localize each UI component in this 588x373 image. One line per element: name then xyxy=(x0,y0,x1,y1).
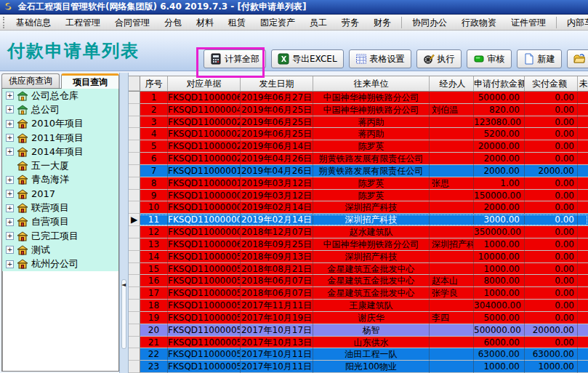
menu-item[interactable]: 协同办公 xyxy=(405,15,454,31)
tree-item[interactable]: +总公司 xyxy=(2,103,118,116)
excel-icon xyxy=(278,53,289,65)
table-row[interactable]: 7FKSQD1100000142019年04月26日朔黄铁路发展有限责任公司20… xyxy=(129,165,588,177)
column-header[interactable]: 未 xyxy=(578,76,588,91)
new-doc-icon xyxy=(523,53,535,65)
cell-date: 2017年10月11日 xyxy=(241,361,313,373)
table-row[interactable]: 8FKSQD1100000132019年03月12日陈罗英张思1.000.00 xyxy=(129,177,588,190)
tree-item[interactable]: +2010年项目 xyxy=(2,117,118,131)
tree-item[interactable]: +自营项目 xyxy=(2,215,118,229)
expand-plus-icon[interactable]: + xyxy=(6,105,14,113)
column-header[interactable]: 对应单据 xyxy=(168,76,241,91)
table-row[interactable]: 13FKSQD1100000602018年09月25日中国神华神朔铁路分公司深圳… xyxy=(129,238,588,251)
expand-plus-icon[interactable]: + xyxy=(6,134,14,142)
table-row[interactable]: 10FKSQD1100000042019年02月14日深圳招产科技2000.00… xyxy=(129,201,588,214)
expand-plus-icon[interactable]: + xyxy=(6,148,14,156)
tree-item[interactable]: +2011年项目 xyxy=(2,131,118,145)
menu-item[interactable]: 分包 xyxy=(157,15,189,31)
menu-item[interactable]: 内部车辆 xyxy=(560,15,588,31)
table-row[interactable]: 5FKSQD1100000242019年06月14日陈罗英20000.000.0… xyxy=(129,140,588,153)
column-header[interactable]: 经办人 xyxy=(430,76,474,91)
new-button[interactable]: 新建 xyxy=(517,49,562,68)
cell-request-amount: 3000.00 xyxy=(474,214,525,226)
table-row[interactable]: 14FKSQD1100000592018年09月13日深圳招产科技10000.0… xyxy=(129,251,588,263)
tree-item[interactable]: +公司总仓库 xyxy=(2,89,118,103)
tree-item[interactable]: +测试 xyxy=(2,243,118,257)
payment-request-grid: 序号对应单据发生日期往来单位经办人申请付款金额实付金额未 1FKSQD11000… xyxy=(129,76,588,373)
tree-item[interactable]: +已完工项目 xyxy=(2,229,118,243)
table-row[interactable]: 22FKSQD1100000512017年10月11日油田工程一队63000.0… xyxy=(129,348,588,361)
cell-paid-amount: 0.00 xyxy=(525,300,578,312)
cell-unpaid xyxy=(578,251,588,263)
tree-item[interactable]: +青岛海洋 xyxy=(2,173,118,187)
cell-handler xyxy=(430,153,474,165)
menu-item[interactable]: 行政物资 xyxy=(454,15,504,31)
cell-unpaid xyxy=(578,190,588,202)
column-header[interactable]: 序号 xyxy=(140,76,168,91)
table-row[interactable]: 16FKSQD1100000572018年06月07日金星建筑五金批发中心赵本山… xyxy=(129,275,588,287)
expand-plus-icon[interactable]: + xyxy=(6,120,14,128)
table-row[interactable]: 23FKSQD1100000502017年10月11日阳光100物业1000.0… xyxy=(129,361,588,373)
table-row[interactable]: 21FKSQD1100000522017年10月13日山东供水6000.000.… xyxy=(129,337,588,349)
tree-item[interactable]: +2017 xyxy=(2,187,118,201)
menu-item[interactable]: 基础信息 xyxy=(9,15,58,31)
menu-item[interactable]: 劳务 xyxy=(334,15,366,31)
expand-plus-icon[interactable]: + xyxy=(6,260,14,268)
table-row[interactable]: 17FKSQD1100000562018年06月07日金星建筑五金批发中心张学良… xyxy=(129,287,588,300)
cell-party: 蒋丙助 xyxy=(313,116,430,129)
column-header[interactable]: 往来单位 xyxy=(313,76,430,91)
menu-item[interactable]: 员工 xyxy=(302,15,334,31)
table-row[interactable]: 9FKSQD1100000052019年03月12日陈罗英150000.000.… xyxy=(129,190,588,202)
table-row[interactable]: 18FKSQD1100000552017年11月11日王康建筑队304000.0… xyxy=(129,300,588,312)
menu-item[interactable]: 租赁 xyxy=(221,15,253,31)
tree-item[interactable]: +杭州分公司 xyxy=(2,257,118,271)
menu-item[interactable]: 材料 xyxy=(189,15,221,31)
table-row[interactable]: 19FKSQD1100000542017年10月19日谢庆华李四5000.000… xyxy=(129,312,588,324)
table-row[interactable]: 2FKSQD1100000442019年06月25日中国神华神朔铁路分公司刘伯温… xyxy=(129,104,588,116)
table-row[interactable]: 15FKSQD1100000582018年08月21日金星建筑五金批发中心100… xyxy=(129,263,588,276)
warehouse-icon xyxy=(17,105,28,115)
menu-item[interactable]: 合同管理 xyxy=(108,15,157,31)
table-row[interactable]: ▶11FKSQD1100000032019年02月14日深圳招产科技3000.0… xyxy=(129,214,588,226)
tree-item[interactable]: 五一大厦 xyxy=(2,159,118,172)
menu-item[interactable]: 财务 xyxy=(366,15,398,31)
column-header[interactable]: 实付金额 xyxy=(525,76,578,91)
tab-project-query[interactable]: 项目查询 xyxy=(61,73,119,89)
sidebar-splitter[interactable]: ◄ xyxy=(119,73,129,373)
column-header[interactable] xyxy=(129,76,140,91)
cell-date: 2019年02月14日 xyxy=(241,214,313,226)
export-excel-button[interactable]: 导出EXCEL xyxy=(271,49,344,68)
audit-button[interactable]: 审核 xyxy=(467,49,512,68)
view-button[interactable]: 查看 xyxy=(567,49,588,68)
tree-item[interactable]: +联营项目 xyxy=(2,201,118,214)
table-row[interactable]: 6FKSQD1100000232019年04月26日朔黄铁路发展有限责任公司20… xyxy=(129,153,588,165)
calc-all-button[interactable]: 计算全部 xyxy=(204,49,266,68)
menu-item[interactable]: 证件管理 xyxy=(504,15,553,31)
expand-plus-icon[interactable]: + xyxy=(6,190,14,198)
table-row[interactable]: 1FKSQD1100000612019年06月27日中国神华神朔铁路分公司500… xyxy=(129,92,588,104)
expand-plus-icon[interactable]: + xyxy=(6,204,14,212)
expand-plus-icon[interactable]: + xyxy=(6,92,14,100)
table-row[interactable]: 20FKSQD1100000532017年10月17日杨智500000.0020… xyxy=(129,324,588,337)
expand-plus-icon[interactable]: + xyxy=(6,218,14,226)
table-row[interactable]: 12FKSQD1100000022018年12月07日赵水建筑队350000.0… xyxy=(129,226,588,238)
cell-handler: 刘伯温 xyxy=(430,104,474,116)
expand-plus-icon[interactable]: + xyxy=(6,176,14,184)
tree-item[interactable]: +2014年项目 xyxy=(2,145,118,159)
menu-item[interactable]: 固定资产 xyxy=(253,15,302,31)
table-row[interactable]: 4FKSQD1100000252019年06月25日蒋丙助5200.000.00 xyxy=(129,128,588,140)
column-header[interactable]: 发生日期 xyxy=(241,76,313,91)
splitter-handle[interactable] xyxy=(121,279,126,349)
cell-seq: 5 xyxy=(140,140,168,153)
expand-plus-icon[interactable]: + xyxy=(6,246,14,254)
column-header[interactable]: 申请付款金额 xyxy=(474,76,525,91)
cell-handler xyxy=(430,263,474,276)
cell-seq: 2 xyxy=(140,104,168,116)
collapse-left-icon[interactable]: ◄ xyxy=(121,282,126,288)
table-settings-button[interactable]: 表格设置 xyxy=(349,49,411,68)
execute-button[interactable]: 执行 xyxy=(416,49,462,68)
expand-plus-icon[interactable]: + xyxy=(6,232,14,240)
cell-doc-no: FKSQD110000061 xyxy=(168,92,241,104)
menu-item[interactable]: 工程管理 xyxy=(58,15,108,31)
tab-supplier-query[interactable]: 供应商查询 xyxy=(1,73,60,88)
table-row[interactable]: 3FKSQD1100000262019年06月25日蒋丙助123080.000.… xyxy=(129,116,588,129)
